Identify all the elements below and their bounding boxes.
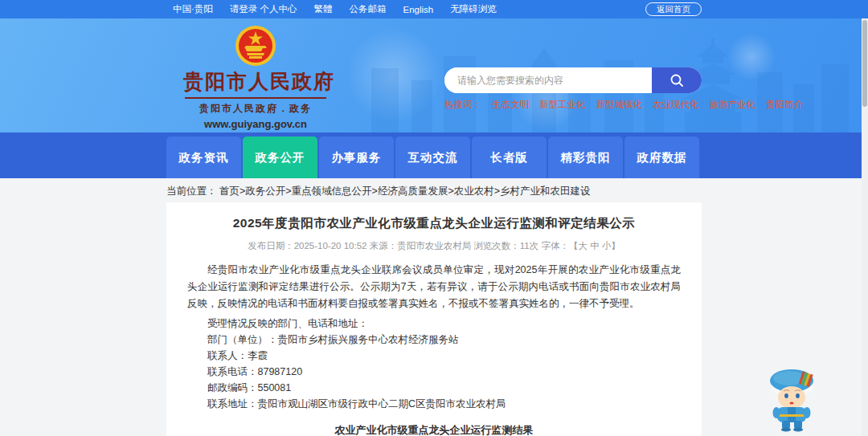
hot-keyword[interactable]: 贵阳简介 bbox=[766, 99, 803, 111]
contact-postcode: 邮政编码：550081 bbox=[187, 380, 681, 396]
topbar-link-accessibility[interactable]: 无障碍浏览 bbox=[450, 3, 497, 15]
top-utility-bar: 中国·贵阳 请登录 个人中心 繁體 公务邮箱 English 无障碍浏览 返回首… bbox=[0, 0, 868, 18]
nav-tab-bsfw[interactable]: 办事服务 bbox=[319, 137, 394, 178]
site-name: 贵阳市人民政府 bbox=[183, 68, 328, 95]
main-nav: 政务资讯 政务公开 办事服务 互动交流 长者版 精彩贵阳 政府数据 bbox=[0, 132, 868, 178]
breadcrumb: 当前位置： 首页>政务公开>重点领域信息公开>经济高质量发展>农业农村>乡村产业… bbox=[166, 185, 590, 198]
topbar-link-china-guiyang[interactable]: 中国·贵阳 bbox=[173, 3, 213, 15]
hot-keyword[interactable]: 农业现代化 bbox=[653, 99, 699, 111]
national-emblem-icon bbox=[235, 25, 276, 67]
nav-tab-zfsj[interactable]: 政府数据 bbox=[624, 137, 699, 178]
logo-divider bbox=[185, 97, 326, 99]
breadcrumb-label: 当前位置： bbox=[166, 185, 217, 197]
topbar-link-english[interactable]: English bbox=[403, 5, 434, 14]
hot-keyword[interactable]: 旅游产业化 bbox=[710, 99, 756, 111]
breadcrumb-path[interactable]: 首页>政务公开>重点领域信息公开>经济高质量发展>农业农村>乡村产业和农田建设 bbox=[219, 185, 591, 197]
assistant-mascot[interactable] bbox=[765, 363, 820, 435]
contact-person: 联系人：李霞 bbox=[187, 348, 681, 364]
contact-phone: 联系电话：87987120 bbox=[187, 364, 681, 380]
topbar-link-traditional[interactable]: 繁體 bbox=[314, 3, 333, 15]
site-logo[interactable]: 贵阳市人民政府 贵阳市人民政府．政务 www.guiyang.gov.cn bbox=[183, 25, 328, 130]
search-input[interactable] bbox=[444, 67, 652, 93]
return-home-button[interactable]: 返回首页 bbox=[645, 2, 702, 16]
hot-keyword[interactable]: 生态文明 bbox=[492, 99, 529, 111]
site-url: www.guiyang.gov.cn bbox=[183, 118, 328, 130]
contact-department: 部门（单位）：贵阳市乡村振兴服务中心农村经济服务站 bbox=[187, 332, 681, 348]
article-card: 2025年度贵阳市农业产业化市级重点龙头企业运行监测和评定结果公示 发布日期：2… bbox=[166, 202, 702, 436]
scrollbar-track[interactable] bbox=[862, 18, 868, 436]
article-meta-text: 发布日期：2025-10-20 10:52 来源：贵阳市农业农村局 浏览次数：1… bbox=[248, 241, 569, 251]
topbar-link-mail[interactable]: 公务邮箱 bbox=[350, 3, 387, 15]
article-title: 2025年度贵阳市农业产业化市级重点龙头企业运行监测和评定结果公示 bbox=[187, 215, 681, 232]
scrollbar-thumb[interactable] bbox=[862, 20, 867, 107]
article-paragraph: 经贵阳市农业产业化市级重点龙头企业联席会议成员单位审定，现对2025年开展的农业… bbox=[187, 262, 681, 312]
search-button[interactable] bbox=[652, 67, 702, 93]
search-bar bbox=[444, 67, 702, 93]
nav-tab-zzb[interactable]: 长者版 bbox=[472, 137, 547, 178]
nav-tab-zwzx[interactable]: 政务资讯 bbox=[166, 137, 241, 178]
search-icon bbox=[669, 73, 684, 88]
header-banner: 贵阳市人民政府 贵阳市人民政府．政务 www.guiyang.gov.cn 热搜… bbox=[0, 18, 868, 132]
article-body: 经贵阳市农业产业化市级重点龙头企业联席会议成员单位审定，现对2025年开展的农业… bbox=[187, 262, 681, 412]
contact-address: 联系地址：贵阳市观山湖区市级行政中心二期C区贵阳市农业农村局 bbox=[187, 396, 681, 412]
topbar-link-login[interactable]: 请登录 个人中心 bbox=[230, 3, 297, 15]
topbar-links: 中国·贵阳 请登录 个人中心 繁體 公务邮箱 English 无障碍浏览 bbox=[173, 3, 497, 15]
hot-search-label: 热搜词： bbox=[444, 99, 481, 111]
nav-tab-jcgy[interactable]: 精彩贵阳 bbox=[548, 137, 623, 178]
mascot-icon bbox=[765, 363, 820, 432]
article-meta: 发布日期：2025-10-20 10:52 来源：贵阳市农业农村局 浏览次数：1… bbox=[187, 240, 681, 252]
hot-keyword[interactable]: 新型城镇化 bbox=[596, 99, 643, 111]
results-table-caption: 农业产业化市级重点龙头企业运行监测结果 bbox=[187, 423, 681, 436]
hot-keyword[interactable]: 新型工业化 bbox=[539, 99, 586, 111]
article-paragraph: 受理情况反映的部门、电话和地址： bbox=[187, 316, 681, 332]
hot-search-row: 热搜词： 生态文明 新型工业化 新型城镇化 农业现代化 旅游产业化 贵阳简介 bbox=[444, 99, 803, 111]
site-subtitle: 贵阳市人民政府．政务 bbox=[183, 102, 328, 116]
font-size-controls[interactable]: 【大 中 小】 bbox=[569, 241, 620, 251]
nav-tab-zwgk-active[interactable]: 政务公开 bbox=[243, 137, 317, 178]
nav-tab-hdjl[interactable]: 互动交流 bbox=[395, 137, 470, 178]
